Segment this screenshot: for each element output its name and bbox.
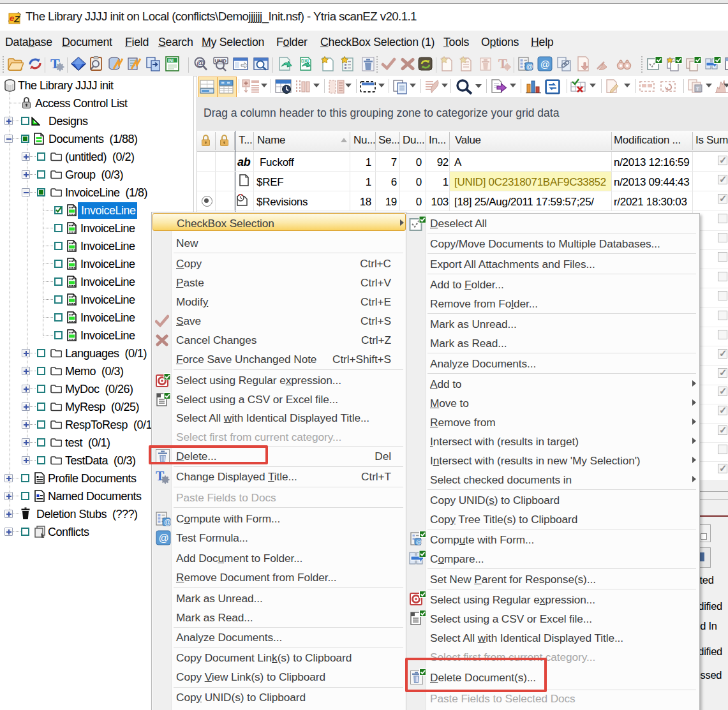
- svg-text:T: T: [696, 86, 699, 92]
- svg-text:@: @: [159, 533, 169, 544]
- svg-text:@: @: [197, 59, 204, 68]
- svg-text:Z: Z: [13, 13, 20, 24]
- svg-text:DXL: DXL: [301, 59, 311, 63]
- svg-text:INI: INI: [168, 58, 174, 63]
- svg-text:@: @: [540, 59, 550, 70]
- svg-text:@: @: [526, 63, 533, 70]
- svg-text:@: @: [416, 538, 422, 545]
- svg-text:@: @: [164, 518, 171, 526]
